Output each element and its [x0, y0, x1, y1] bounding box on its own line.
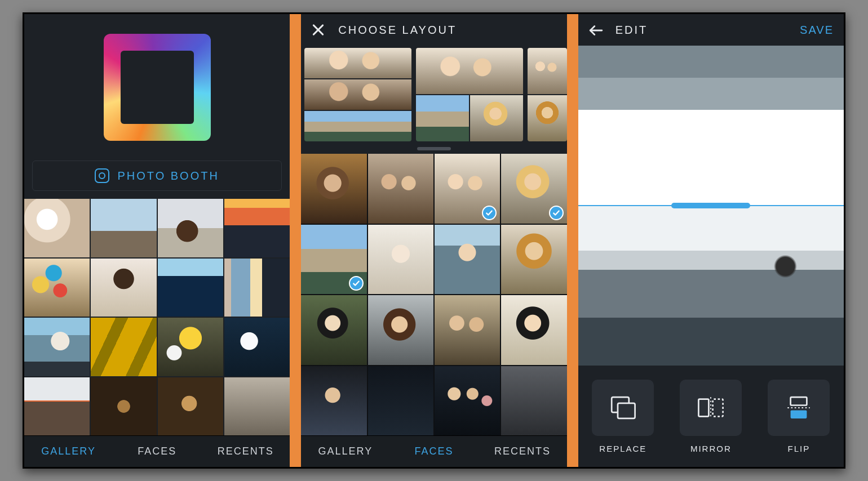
- replace-button[interactable]: REPLACE: [587, 380, 658, 453]
- header: EDIT SAVE: [578, 14, 844, 46]
- save-button[interactable]: SAVE: [800, 24, 834, 37]
- face-thumbnail[interactable]: [501, 225, 566, 295]
- mirror-icon: [696, 395, 726, 421]
- gallery-thumbnail[interactable]: [158, 259, 223, 317]
- edit-tool-bar: REPLACE MIRROR: [578, 366, 844, 467]
- face-thumbnail[interactable]: [435, 225, 500, 295]
- app-frame: PHOTO BOOTH GALLERY FACES RECENTS: [23, 12, 845, 469]
- tool-label: MIRROR: [690, 444, 732, 453]
- close-icon[interactable]: [311, 23, 325, 37]
- face-thumbnail[interactable]: [435, 295, 500, 365]
- svg-rect-2: [618, 403, 635, 418]
- gallery-thumbnail[interactable]: [224, 318, 290, 376]
- gallery-thumbnail[interactable]: [224, 377, 290, 436]
- gallery-thumbnail[interactable]: [91, 259, 156, 317]
- bottom-tab-bar: GALLERY FACES RECENTS: [301, 435, 566, 467]
- layout-option[interactable]: [304, 48, 411, 141]
- layout-option[interactable]: [416, 48, 523, 141]
- gallery-thumbnail[interactable]: [158, 377, 223, 436]
- gallery-thumbnail[interactable]: [24, 199, 90, 257]
- gallery-thumbnail[interactable]: [91, 199, 156, 257]
- flip-icon: [783, 395, 814, 421]
- mirror-button[interactable]: MIRROR: [675, 380, 746, 453]
- screen-edit: EDIT SAVE: [578, 14, 844, 467]
- layout-options-row[interactable]: [301, 46, 566, 147]
- gallery-thumbnail[interactable]: [91, 377, 156, 436]
- face-thumbnail[interactable]: [501, 154, 566, 224]
- layout-app-logo-icon: [104, 34, 211, 141]
- layout-option[interactable]: [528, 48, 566, 141]
- face-thumbnail[interactable]: [435, 154, 500, 224]
- svg-rect-6: [791, 397, 807, 405]
- page-title: EDIT: [615, 24, 648, 37]
- face-thumbnail[interactable]: [501, 295, 566, 365]
- gallery-thumbnail[interactable]: [24, 259, 90, 317]
- selected-check-icon: [482, 206, 497, 220]
- tab-gallery[interactable]: GALLERY: [301, 436, 389, 467]
- photo-booth-label: PHOTO BOOTH: [117, 170, 219, 182]
- face-thumbnail[interactable]: [435, 366, 500, 436]
- gallery-thumbnail[interactable]: [158, 318, 223, 376]
- screen-gallery: PHOTO BOOTH GALLERY FACES RECENTS: [24, 14, 290, 467]
- screen-separator: [290, 14, 301, 467]
- tab-faces[interactable]: FACES: [113, 436, 201, 467]
- gallery-thumbnail[interactable]: [24, 377, 90, 436]
- page-title: CHOOSE LAYOUT: [338, 24, 457, 37]
- gallery-thumbnail[interactable]: [158, 199, 223, 257]
- face-thumbnail[interactable]: [501, 366, 566, 436]
- gallery-grid: [24, 199, 290, 435]
- editor: REPLACE MIRROR: [578, 46, 844, 467]
- svg-rect-7: [791, 410, 807, 418]
- replace-icon: [608, 395, 638, 421]
- face-thumbnail[interactable]: [368, 225, 433, 295]
- gallery-thumbnail[interactable]: [224, 259, 290, 317]
- drag-handle-icon[interactable]: [417, 147, 451, 150]
- flip-button[interactable]: FLIP: [763, 380, 834, 453]
- face-thumbnail[interactable]: [368, 366, 433, 436]
- faces-grid: [301, 154, 566, 435]
- bottom-tab-bar: GALLERY FACES RECENTS: [24, 435, 290, 467]
- svg-rect-4: [713, 399, 723, 416]
- gallery-thumbnail[interactable]: [91, 318, 156, 376]
- collage-pane-top[interactable]: [578, 46, 844, 206]
- face-thumbnail[interactable]: [301, 225, 366, 295]
- collage-pane-bottom[interactable]: [578, 206, 844, 366]
- pane-divider-handle[interactable]: [578, 205, 844, 206]
- tool-label: REPLACE: [599, 444, 646, 453]
- tab-recents[interactable]: RECENTS: [479, 436, 567, 467]
- face-thumbnail[interactable]: [368, 154, 433, 224]
- header: CHOOSE LAYOUT: [301, 14, 566, 46]
- tab-gallery[interactable]: GALLERY: [24, 436, 113, 467]
- face-thumbnail[interactable]: [301, 366, 366, 436]
- tab-faces[interactable]: FACES: [389, 436, 478, 467]
- camera-icon: [95, 168, 109, 183]
- tab-recents[interactable]: RECENTS: [201, 436, 290, 467]
- face-thumbnail[interactable]: [301, 295, 366, 365]
- selected-check-icon: [549, 206, 564, 220]
- selected-check-icon: [349, 276, 364, 291]
- gallery-thumbnail[interactable]: [24, 318, 90, 376]
- tool-label: FLIP: [787, 444, 810, 453]
- screen-choose-layout: CHOOSE LAYOUT: [301, 14, 566, 467]
- photo-booth-button[interactable]: PHOTO BOOTH: [32, 161, 282, 191]
- gallery-thumbnail[interactable]: [224, 199, 290, 257]
- face-thumbnail[interactable]: [301, 154, 366, 224]
- app-logo-area: [24, 14, 290, 161]
- back-arrow-icon[interactable]: [588, 23, 602, 37]
- screen-separator: [567, 14, 578, 467]
- collage-canvas[interactable]: [578, 46, 844, 366]
- svg-rect-3: [699, 399, 709, 416]
- face-thumbnail[interactable]: [368, 295, 433, 365]
